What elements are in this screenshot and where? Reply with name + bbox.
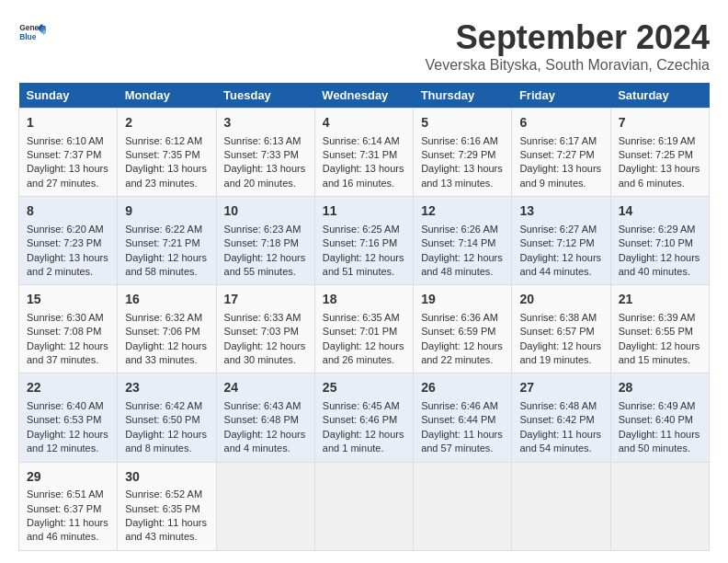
day-info: Sunset: 7:21 PM: [125, 236, 208, 250]
day-number: 11: [323, 202, 405, 221]
calendar-table: Sunday Monday Tuesday Wednesday Thursday…: [18, 83, 710, 551]
day-info: Sunset: 7:33 PM: [224, 148, 307, 162]
day-info: Daylight: 12 hours and 33 minutes.: [125, 339, 208, 368]
day-info: Sunset: 6:46 PM: [323, 413, 405, 427]
day-info: Sunset: 6:48 PM: [224, 413, 307, 427]
day-info: Daylight: 12 hours and 15 minutes.: [619, 339, 701, 368]
cell-w3-d3: 18Sunrise: 6:35 AMSunset: 7:01 PMDayligh…: [314, 285, 413, 373]
cell-w1-d2: 3Sunrise: 6:13 AMSunset: 7:33 PMDaylight…: [216, 109, 314, 197]
day-number: 23: [125, 379, 208, 397]
header-saturday: Saturday: [610, 83, 709, 109]
day-number: 18: [323, 291, 405, 309]
day-info: Daylight: 13 hours and 9 minutes.: [519, 162, 602, 190]
day-info: Daylight: 13 hours and 16 minutes.: [323, 162, 405, 190]
day-info: Sunrise: 6:38 AM: [519, 311, 602, 325]
month-title: September 2024: [426, 18, 710, 57]
day-number: 29: [27, 468, 109, 487]
day-info: Sunrise: 6:26 AM: [421, 223, 504, 236]
cell-w3-d2: 17Sunrise: 6:33 AMSunset: 7:03 PMDayligh…: [216, 285, 314, 373]
day-info: Sunset: 7:25 PM: [619, 148, 701, 162]
day-number: 4: [323, 114, 405, 132]
day-info: Sunset: 6:50 PM: [125, 413, 208, 427]
day-info: Daylight: 12 hours and 1 minute.: [323, 428, 405, 456]
day-info: Sunrise: 6:46 AM: [421, 399, 504, 413]
day-info: Daylight: 13 hours and 13 minutes.: [421, 162, 504, 190]
location-subtitle: Veverska Bityska, South Moravian, Czechi…: [426, 57, 710, 74]
day-info: Daylight: 13 hours and 2 minutes.: [27, 251, 109, 280]
header-thursday: Thursday: [414, 83, 512, 109]
day-number: 27: [519, 379, 602, 397]
header-sunday: Sunday: [19, 83, 118, 109]
day-info: Sunset: 6:55 PM: [619, 325, 701, 339]
cell-w5-d4: [414, 462, 512, 550]
day-info: Daylight: 12 hours and 30 minutes.: [224, 339, 307, 368]
cell-w1-d3: 4Sunrise: 6:14 AMSunset: 7:31 PMDaylight…: [314, 109, 413, 197]
day-number: 7: [619, 114, 701, 132]
day-info: Sunset: 7:12 PM: [519, 236, 602, 250]
day-info: Sunrise: 6:42 AM: [125, 399, 208, 413]
day-info: Sunset: 7:29 PM: [421, 148, 504, 162]
day-info: Daylight: 12 hours and 19 minutes.: [519, 339, 602, 368]
day-info: Sunrise: 6:33 AM: [224, 311, 307, 325]
day-info: Sunrise: 6:13 AM: [224, 134, 307, 148]
cell-w5-d3: [314, 462, 413, 550]
cell-w1-d6: 7Sunrise: 6:19 AMSunset: 7:25 PMDaylight…: [610, 109, 709, 197]
cell-w2-d3: 11Sunrise: 6:25 AMSunset: 7:16 PMDayligh…: [314, 197, 413, 285]
cell-w2-d6: 14Sunrise: 6:29 AMSunset: 7:10 PMDayligh…: [610, 197, 709, 285]
day-number: 1: [27, 114, 109, 132]
day-info: Daylight: 11 hours and 54 minutes.: [519, 428, 602, 456]
day-info: Daylight: 12 hours and 26 minutes.: [323, 339, 405, 368]
cell-w2-d0: 8Sunrise: 6:20 AMSunset: 7:23 PMDaylight…: [19, 197, 118, 285]
day-number: 6: [519, 114, 602, 132]
day-number: 19: [421, 291, 504, 309]
day-number: 21: [619, 291, 701, 309]
day-number: 22: [27, 379, 109, 397]
day-number: 13: [519, 202, 602, 221]
day-info: Daylight: 12 hours and 51 minutes.: [323, 251, 405, 280]
day-info: Sunset: 6:59 PM: [421, 325, 504, 339]
cell-w5-d1: 30Sunrise: 6:52 AMSunset: 6:35 PMDayligh…: [118, 462, 216, 550]
day-info: Sunrise: 6:35 AM: [323, 311, 405, 325]
cell-w1-d1: 2Sunrise: 6:12 AMSunset: 7:35 PMDaylight…: [118, 109, 216, 197]
day-number: 16: [125, 291, 208, 309]
header-friday: Friday: [512, 83, 610, 109]
day-info: Sunset: 7:06 PM: [125, 325, 208, 339]
day-info: Sunrise: 6:32 AM: [125, 311, 208, 325]
week-row-4: 22Sunrise: 6:40 AMSunset: 6:53 PMDayligh…: [19, 373, 710, 462]
cell-w2-d4: 12Sunrise: 6:26 AMSunset: 7:14 PMDayligh…: [414, 197, 512, 285]
cell-w4-d2: 24Sunrise: 6:43 AMSunset: 6:48 PMDayligh…: [216, 373, 314, 462]
day-info: Sunset: 6:57 PM: [519, 325, 602, 339]
day-number: 20: [519, 291, 602, 309]
day-info: Sunrise: 6:22 AM: [125, 223, 208, 236]
cell-w5-d0: 29Sunrise: 6:51 AMSunset: 6:37 PMDayligh…: [19, 462, 118, 550]
day-number: 25: [323, 379, 405, 397]
day-info: Sunset: 6:40 PM: [619, 413, 701, 427]
day-info: Daylight: 13 hours and 6 minutes.: [619, 162, 701, 190]
day-info: Sunset: 7:16 PM: [323, 236, 405, 250]
day-number: 28: [619, 379, 701, 397]
day-info: Sunrise: 6:27 AM: [519, 223, 602, 236]
day-info: Daylight: 12 hours and 8 minutes.: [125, 428, 208, 456]
day-info: Sunset: 7:03 PM: [224, 325, 307, 339]
day-info: Sunset: 6:42 PM: [519, 413, 602, 427]
day-number: 14: [619, 202, 701, 221]
day-info: Sunrise: 6:45 AM: [323, 399, 405, 413]
cell-w4-d0: 22Sunrise: 6:40 AMSunset: 6:53 PMDayligh…: [19, 373, 118, 462]
cell-w4-d5: 27Sunrise: 6:48 AMSunset: 6:42 PMDayligh…: [512, 373, 610, 462]
day-info: Daylight: 12 hours and 48 minutes.: [421, 251, 504, 280]
day-info: Sunrise: 6:43 AM: [224, 399, 307, 413]
day-info: Sunrise: 6:12 AM: [125, 134, 208, 148]
day-info: Sunset: 6:35 PM: [125, 502, 208, 516]
header-tuesday: Tuesday: [216, 83, 314, 109]
cell-w5-d2: [216, 462, 314, 550]
cell-w1-d4: 5Sunrise: 6:16 AMSunset: 7:29 PMDaylight…: [414, 109, 512, 197]
day-info: Sunrise: 6:48 AM: [519, 399, 602, 413]
day-info: Daylight: 12 hours and 12 minutes.: [27, 428, 109, 456]
day-info: Sunset: 7:27 PM: [519, 148, 602, 162]
cell-w2-d1: 9Sunrise: 6:22 AMSunset: 7:21 PMDaylight…: [118, 197, 216, 285]
day-number: 2: [125, 114, 208, 132]
day-info: Sunset: 6:53 PM: [27, 413, 109, 427]
day-info: Daylight: 13 hours and 20 minutes.: [224, 162, 307, 190]
cell-w3-d0: 15Sunrise: 6:30 AMSunset: 7:08 PMDayligh…: [19, 285, 118, 373]
day-info: Sunrise: 6:25 AM: [323, 223, 405, 236]
